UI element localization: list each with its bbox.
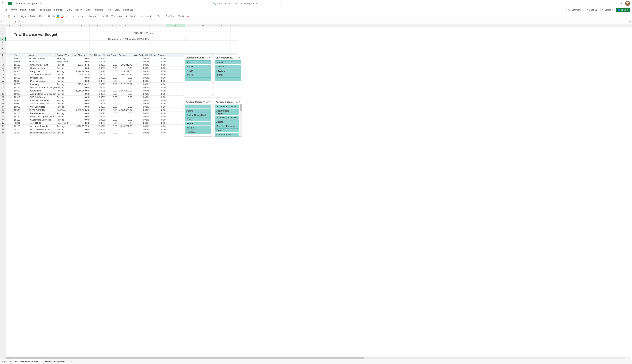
column-header-E[interactable]: E: [73, 24, 90, 27]
cell[interactable]: 0.00%: [90, 60, 106, 63]
cell[interactable]: 0.00: [106, 96, 118, 99]
settings-icon[interactable]: ⚙: [620, 2, 622, 5]
name-box[interactable]: K3▾: [0, 20, 17, 24]
app-launcher-icon[interactable]: [2, 2, 5, 5]
cell[interactable]: [212, 47, 231, 50]
cell[interactable]: [166, 80, 185, 83]
cell[interactable]: WIP Job Sales: [28, 96, 56, 99]
cell[interactable]: [166, 115, 185, 118]
cell[interactable]: Posting: [56, 73, 73, 76]
cell[interactable]: 0.00: [106, 118, 118, 122]
row-header-7[interactable]: 7: [0, 50, 6, 54]
more-font-button[interactable]: ⋯: [65, 14, 69, 18]
cell[interactable]: 0.00: [73, 131, 90, 134]
cell[interactable]: 20200: [13, 128, 28, 131]
cell[interactable]: 0.00: [106, 105, 118, 108]
cell[interactable]: WIP Job Costs: [28, 105, 56, 108]
cell[interactable]: 0.00%: [90, 80, 106, 83]
cell[interactable]: 0.00%: [90, 124, 106, 128]
cell[interactable]: 0.00%: [133, 57, 150, 60]
cell[interactable]: [6, 92, 13, 96]
column-header-G[interactable]: G: [106, 24, 118, 27]
sensitivity-button[interactable]: 🛡▾: [177, 14, 181, 18]
cell[interactable]: Customers Domestic: [28, 118, 56, 122]
cell[interactable]: 1,224,787.68: [118, 70, 133, 73]
cell[interactable]: [106, 50, 118, 54]
cell[interactable]: [6, 60, 13, 63]
cell[interactable]: 0.00: [150, 118, 166, 122]
cell[interactable]: 0.00: [106, 108, 118, 112]
cell[interactable]: [106, 47, 118, 50]
cell[interactable]: Posting: [56, 66, 73, 70]
column-header-B[interactable]: B: [13, 24, 28, 27]
cell[interactable]: [194, 27, 212, 32]
cell[interactable]: 14110: [13, 112, 28, 115]
decrease-decimal-button[interactable]: ←.00: [116, 14, 122, 18]
cell[interactable]: [194, 44, 212, 47]
column-header-N[interactable]: N: [212, 24, 231, 27]
slicer-item[interactable]: Assets: [215, 120, 239, 124]
cell[interactable]: Posting: [56, 70, 73, 73]
column-header-O[interactable]: O: [231, 24, 238, 27]
cell[interactable]: 0.00%: [90, 76, 106, 80]
cell[interactable]: [194, 38, 212, 41]
cell[interactable]: [6, 96, 13, 99]
cell[interactable]: [166, 89, 185, 92]
cell[interactable]: [166, 124, 185, 128]
cell[interactable]: [166, 73, 185, 76]
row-header-17[interactable]: 17: [0, 83, 6, 86]
cell[interactable]: Begin-Total: [56, 60, 73, 63]
catch-up-button[interactable]: ↗ Catch up: [585, 8, 599, 12]
increase-decimal-button[interactable]: .00→: [110, 14, 116, 18]
cell[interactable]: 0.00%: [133, 112, 150, 115]
cell[interactable]: 181,842.72: [73, 63, 90, 66]
cell[interactable]: [231, 50, 238, 54]
format-painter-button[interactable]: 🖌: [12, 14, 16, 18]
clear-filter-icon[interactable]: ⟲: [239, 101, 240, 103]
cell[interactable]: Purchase Returns & Allow: [28, 131, 56, 134]
cell[interactable]: 0.00%: [90, 118, 106, 122]
ribbon-tab-share[interactable]: Share: [28, 7, 37, 13]
cell[interactable]: 0.00%: [133, 131, 150, 134]
row-header-1[interactable]: 1: [0, 27, 6, 32]
cell[interactable]: [13, 27, 28, 32]
cell[interactable]: 0.00: [150, 115, 166, 118]
cell[interactable]: 0.00%: [133, 60, 150, 63]
cell[interactable]: [56, 44, 73, 47]
cell[interactable]: 1,859,200.00: [73, 89, 90, 92]
cell[interactable]: [212, 32, 231, 38]
cell[interactable]: 0.00%: [90, 108, 106, 112]
format-cells-button[interactable]: ◫▾: [134, 14, 138, 18]
cell[interactable]: 181,842.72: [118, 63, 133, 66]
slicer-item[interactable]: Expense: [185, 122, 211, 126]
cell[interactable]: [231, 27, 238, 32]
row-header-15[interactable]: 15: [0, 76, 6, 80]
slicer-item[interactable]: SMALL: [215, 73, 241, 77]
cell[interactable]: [6, 112, 13, 115]
cell[interactable]: Purchase Discounts: [28, 128, 56, 131]
search-input[interactable]: [217, 2, 279, 5]
cell[interactable]: 0.00%: [90, 73, 106, 76]
collapse-ribbon-button[interactable]: ▾: [626, 14, 630, 18]
column-header-K[interactable]: K: [166, 24, 185, 27]
cell[interactable]: [6, 99, 13, 102]
cell[interactable]: 0.00: [150, 76, 166, 80]
cell[interactable]: 20001: [13, 122, 28, 124]
cell[interactable]: 0.00: [150, 83, 166, 86]
cell[interactable]: 0.00: [150, 102, 166, 105]
cell[interactable]: 0.00%: [133, 128, 150, 131]
cell[interactable]: 0.00: [118, 57, 133, 60]
cell[interactable]: [166, 27, 185, 32]
clear-filter-icon[interactable]: ⟲: [209, 101, 210, 103]
cell[interactable]: 10940: [13, 102, 28, 105]
align-button[interactable]: ≡▾: [72, 14, 76, 18]
cell[interactable]: 990,372.32: [118, 73, 133, 76]
cell[interactable]: % of Budget Net: [90, 54, 106, 57]
cell[interactable]: 0.00: [106, 80, 118, 83]
cell[interactable]: [6, 122, 13, 124]
expand-formula-bar-button[interactable]: ▾: [628, 20, 632, 23]
cell[interactable]: [6, 131, 13, 134]
ribbon-tab-draw[interactable]: Draw: [113, 7, 122, 13]
sort-filter-button[interactable]: ⇅▾: [165, 14, 169, 18]
cell[interactable]: 0.00: [118, 122, 133, 124]
